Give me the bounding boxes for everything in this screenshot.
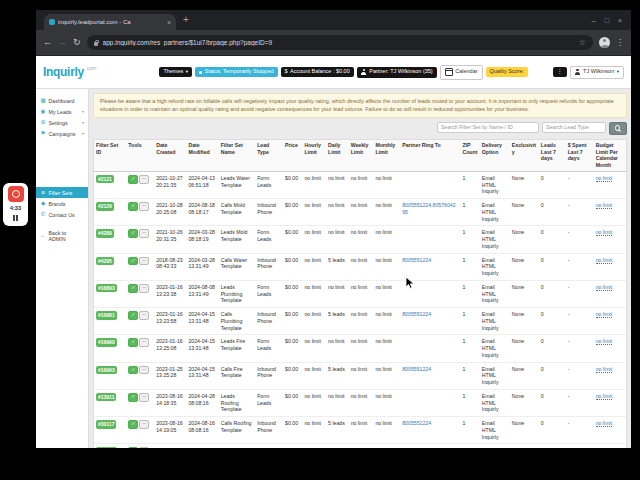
active-toggle-button[interactable]: ✓ [128,447,138,448]
active-toggle-button[interactable]: ✓ [128,284,138,293]
sidebar-item-my-leads[interactable]: ◉My Leads▾ [36,106,88,117]
budget-limit-link[interactable]: no limit [596,366,612,373]
cell-hourly-limit[interactable]: no limit [302,335,326,362]
budget-limit-link[interactable]: no limit [596,447,612,448]
minimize-icon[interactable]: – [592,17,596,24]
maximize-icon[interactable]: □ [605,17,609,24]
bookmark-star-icon[interactable]: ☆ [579,38,586,47]
filter-set-id-badge[interactable]: #4295 [96,257,114,266]
cell-hourly-limit[interactable]: no limit [302,389,326,416]
new-tab-button[interactable]: + [183,15,189,25]
active-toggle-button[interactable]: ✓ [128,366,138,375]
sidebar-item-brands[interactable]: ◆Brands [36,198,88,209]
tools-menu-button[interactable]: ··· [139,338,148,347]
active-toggle-button[interactable]: ✓ [128,311,138,320]
tab-close-icon[interactable]: × [167,19,171,26]
browser-profile-avatar[interactable] [599,37,610,48]
quality-score-button[interactable]: Quality Score: [486,67,529,78]
search-lead-type-input[interactable] [542,122,606,133]
active-toggle-button[interactable]: ✓ [128,420,138,429]
cell-daily-limit[interactable]: no limit [326,280,349,307]
cell-weekly-limit[interactable]: no limit [349,171,374,198]
cell-weekly-limit[interactable]: no limit [349,199,374,226]
cell-weekly-limit[interactable]: no limit [349,362,374,389]
budget-limit-link[interactable]: no limit [596,175,612,182]
forward-icon[interactable]: → [58,38,67,47]
tools-menu-button[interactable]: ··· [139,175,148,184]
active-toggle-button[interactable]: ✓ [128,257,138,266]
cell-hourly-limit[interactable]: no limit [302,444,326,448]
sidebar-item-campaigns[interactable]: ⚑Campaigns▾ [36,128,88,139]
active-toggle-button[interactable]: ✓ [128,338,138,347]
active-toggle-button[interactable]: ✓ [128,202,138,211]
budget-limit-link[interactable]: no limit [596,338,612,345]
cell-daily-limit[interactable]: no limit [326,335,349,362]
active-toggle-button[interactable]: ✓ [128,175,138,184]
cell-monthly-limit[interactable]: no limit [373,226,400,253]
sidebar-item-contact-us[interactable]: ✆Contact Us [36,209,88,220]
cell-monthly-limit[interactable]: no limit [373,417,400,444]
tools-menu-button[interactable]: ··· [139,229,148,238]
filter-set-id-badge[interactable]: #13911 [96,393,116,402]
budget-limit-link[interactable]: no limit [596,393,612,400]
partner-button[interactable]: Partner: TJ Wilkinson (35) [357,67,437,78]
ring-to-link[interactable]: 8005551224 [402,420,431,426]
ring-to-link[interactable]: 8005551224 [402,311,431,317]
cell-monthly-limit[interactable]: no limit [373,280,400,307]
cell-monthly-limit[interactable]: no limit [373,199,400,226]
tools-menu-button[interactable]: ··· [139,366,148,375]
cell-daily-limit[interactable]: no limit [326,199,349,226]
tools-menu-button[interactable]: ··· [139,202,148,211]
sidebar-item-dashboard[interactable]: ▦Dashboard [36,95,88,106]
account-balance-button[interactable]: $ Account Balance : $0.00 [281,67,354,78]
tools-menu-button[interactable]: ··· [139,447,148,448]
tools-menu-button[interactable]: ··· [139,257,148,266]
cell-daily-limit[interactable]: no limit [326,389,349,416]
user-menu-button[interactable]: TJ Wilkinson ▾ [570,66,624,79]
cell-daily-limit[interactable]: 5 leads [326,362,349,389]
search-button[interactable] [609,122,627,135]
browser-tab[interactable]: inquirly.leadportal.com - Ca × [44,14,176,30]
active-toggle-button[interactable]: ✓ [128,229,138,238]
cell-weekly-limit[interactable]: no limit [349,308,374,335]
cell-weekly-limit[interactable]: no limit [349,389,374,416]
budget-limit-link[interactable]: no limit [596,284,612,291]
ring-to-link[interactable]: 8005551224,8057604295 [402,202,455,215]
cell-daily-limit[interactable]: no limit [326,444,349,448]
cell-hourly-limit[interactable]: no limit [302,362,326,389]
cell-weekly-limit[interactable]: no limit [349,444,374,448]
sidebar-item-settings[interactable]: ⚙Settings▾ [36,117,88,128]
active-toggle-button[interactable]: ✓ [128,393,138,402]
budget-limit-link[interactable]: no limit [596,229,612,236]
filter-set-id-badge[interactable]: #2129 [96,202,114,211]
cell-monthly-limit[interactable]: no limit [373,362,400,389]
cell-daily-limit[interactable]: no limit [326,171,349,198]
cell-daily-limit[interactable]: no limit [326,226,349,253]
filter-set-id-badge[interactable]: #30127 [96,447,117,448]
cell-daily-limit[interactable]: 5 leads [326,417,349,444]
tools-menu-button[interactable]: ··· [139,420,148,429]
cell-weekly-limit[interactable]: no limit [349,280,374,307]
ring-to-link[interactable]: 8005551224 [402,366,431,372]
cell-hourly-limit[interactable]: no limit [302,253,326,280]
cell-hourly-limit[interactable]: no limit [302,280,326,307]
cell-hourly-limit[interactable]: no limit [302,171,326,198]
cell-daily-limit[interactable]: 5 leads [326,253,349,280]
cell-monthly-limit[interactable]: no limit [373,308,400,335]
tools-menu-button[interactable]: ··· [139,284,148,293]
calendar-button[interactable]: Calendar [440,65,483,80]
cell-daily-limit[interactable]: 5 leads [326,308,349,335]
sidebar-item-filter-sets[interactable]: ≡Filter Sets [36,187,88,198]
filter-set-id-badge[interactable]: #2121 [96,175,114,184]
cell-monthly-limit[interactable]: no limit [373,335,400,362]
budget-limit-link[interactable]: no limit [596,420,612,427]
app-logo[interactable]: Inquirly [43,65,84,79]
filter-set-id-badge[interactable]: #16990 [96,338,117,347]
pause-button[interactable] [13,214,19,222]
tools-menu-button[interactable]: ··· [139,311,148,320]
record-stop-button[interactable] [8,186,24,202]
cell-weekly-limit[interactable]: no limit [349,253,374,280]
cell-weekly-limit[interactable]: no limit [349,226,374,253]
back-icon[interactable]: ← [43,38,52,47]
budget-limit-link[interactable]: no limit [596,202,612,209]
